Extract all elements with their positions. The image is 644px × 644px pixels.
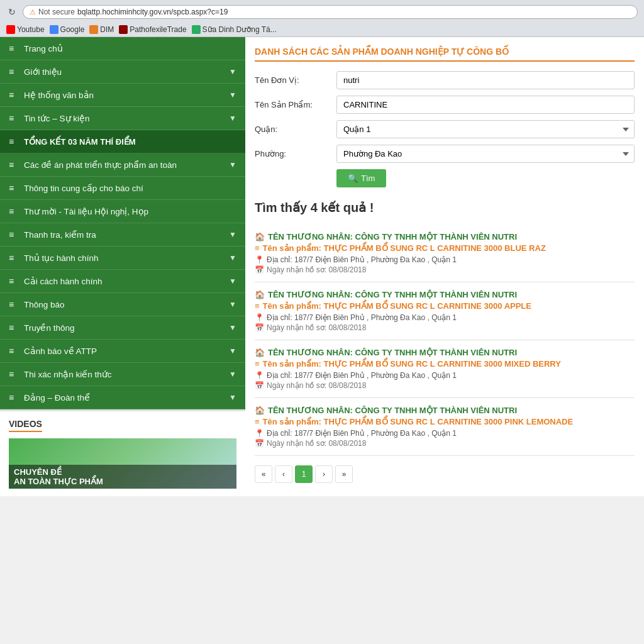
- result-product[interactable]: ≡ Tên sản phẩm: THỰC PHẨM BỔ SUNG RC L C…: [255, 417, 635, 426]
- page-wrapper: ≡ Trang chủ ≡ Giới thiệu ▼ ≡ Hệ thống vă…: [0, 37, 644, 496]
- pin-icon: 📍: [255, 371, 264, 380]
- home-icon: 🏠: [255, 232, 265, 242]
- result-address: 📍 Địa chỉ: 187/7 Điện Biên Phủ , Phường …: [255, 429, 635, 438]
- reload-button[interactable]: ↻: [6, 6, 18, 18]
- sidebar-item-label: Thủ tục hành chính: [24, 253, 99, 263]
- sidebar-item-trang-chu[interactable]: ≡ Trang chủ: [0, 37, 245, 60]
- pin-icon: 📍: [255, 429, 264, 438]
- bookmark-youtube[interactable]: Youtube: [6, 25, 45, 34]
- list-icon: ≡: [255, 417, 260, 426]
- sidebar-item-he-thong-van-ban[interactable]: ≡ Hệ thống văn bản ▼: [0, 84, 245, 107]
- chevron-down-icon: ▼: [229, 347, 236, 355]
- result-company: 🏠 TÊN THƯƠNG NHÂN: CÔNG TY TNHH MỘT THÀN…: [255, 406, 635, 415]
- home-icon: 🏠: [255, 406, 265, 415]
- results-header: Tìm thấy 4 kết quả !: [255, 200, 635, 215]
- chevron-down-icon: ▼: [229, 230, 236, 239]
- menu-icon: ≡: [9, 43, 19, 53]
- sidebar-item-label: Thanh tra, kiểm tra: [24, 230, 96, 240]
- search-form: Tên Đơn Vị: Tên Sản Phẩm: Quận: Quận 1 P…: [255, 71, 635, 187]
- sidebar-item-label: Giới thiệu: [24, 67, 62, 77]
- result-company: 🏠 TÊN THƯƠNG NHÂN: CÔNG TY TNHH MỘT THÀN…: [255, 348, 635, 357]
- sidebar-item-label: Truyền thông: [24, 323, 75, 333]
- calendar-icon: 📅: [255, 381, 264, 390]
- sidebar-item-label: Hệ thống văn bản: [24, 90, 94, 100]
- sidebar-item-dang-doan[interactable]: ≡ Đảng – Đoàn thể ▼: [0, 386, 245, 409]
- result-product[interactable]: ≡ Tên sản phẩm: THỰC PHẨM BỔ SUNG RC L C…: [255, 301, 635, 311]
- input-don-vi[interactable]: [336, 71, 635, 89]
- sidebar-item-de-an[interactable]: ≡ Các đề án phát triển thực phẩm an toàn…: [0, 153, 245, 177]
- select-quan[interactable]: Quận 1: [336, 120, 635, 138]
- bookmark-pathofexile[interactable]: PathofexileTrade: [119, 25, 186, 34]
- select-phuong[interactable]: Phường Đa Kao: [336, 145, 635, 163]
- result-product[interactable]: ≡ Tên sản phẩm: THỰC PHẨM BỔ SUNG RC L C…: [255, 359, 635, 369]
- home-icon: 🏠: [255, 290, 265, 299]
- sidebar-item-canh-bao[interactable]: ≡ Cảnh báo về ATTP ▼: [0, 340, 245, 363]
- sidebar-item-gioi-thieu[interactable]: ≡ Giới thiệu ▼: [0, 60, 245, 84]
- security-label: Not secure: [38, 8, 75, 16]
- browser-toolbar: ↻ ⚠ Not secure bqlattp.hochiminhcity.gov…: [6, 5, 638, 19]
- page-title: DANH SÁCH CÁC SẢN PHẨM DOANH NGHIỆP TỰ C…: [255, 47, 635, 60]
- menu-icon: ≡: [9, 67, 19, 77]
- bookmarks-bar: Youtube Google DIM PathofexileTrade Sữa …: [6, 23, 638, 36]
- menu-icon: ≡: [9, 206, 19, 216]
- chevron-down-icon: ▼: [229, 393, 236, 402]
- chevron-down-icon: ▼: [229, 277, 236, 286]
- main-layout: ≡ Trang chủ ≡ Giới thiệu ▼ ≡ Hệ thống vă…: [0, 37, 644, 496]
- result-item-2: 🏠 TÊN THƯƠNG NHÂN: CÔNG TY TNHH MỘT THÀN…: [255, 282, 635, 340]
- sidebar-item-thong-bao[interactable]: ≡ Thông báo ▼: [0, 293, 245, 316]
- form-row-phuong: Phường: Phường Đa Kao: [255, 145, 635, 163]
- chevron-down-icon: ▼: [229, 300, 236, 309]
- list-icon: ≡: [255, 301, 260, 311]
- sidebar-item-thanh-tra[interactable]: ≡ Thanh tra, kiểm tra ▼: [0, 223, 245, 247]
- sidebar-item-label: Thông báo: [24, 300, 65, 309]
- sidebar-item-thong-tin[interactable]: ≡ Thông tin cung cấp cho báo chí: [0, 177, 245, 200]
- input-san-pham[interactable]: [336, 96, 635, 114]
- address-bar[interactable]: ⚠ Not secure bqlattp.hochiminhcity.gov.v…: [23, 5, 638, 19]
- result-company: 🏠 TÊN THƯƠNG NHÂN: CÔNG TY TNHH MỘT THÀN…: [255, 232, 635, 242]
- label-quan: Quận:: [255, 125, 330, 134]
- bookmark-google[interactable]: Google: [50, 25, 85, 34]
- form-row-san-pham: Tên Sản Phẩm:: [255, 96, 635, 114]
- result-item-4: 🏠 TÊN THƯƠNG NHÂN: CÔNG TY TNHH MỘT THÀN…: [255, 398, 635, 456]
- search-button[interactable]: 🔍 Tìm: [336, 169, 386, 187]
- result-company: 🏠 TÊN THƯƠNG NHÂN: CÔNG TY TNHH MỘT THÀN…: [255, 290, 635, 299]
- page-next-button[interactable]: ›: [315, 465, 333, 483]
- sidebar-item-label: Thông tin cung cấp cho báo chí: [24, 183, 143, 193]
- page-prev-button[interactable]: ‹: [275, 465, 292, 483]
- bookmark-dim[interactable]: DIM: [89, 25, 114, 34]
- menu-icon: ≡: [9, 253, 19, 263]
- url-text: bqlattp.hochiminhcity.gov.vn/spcb.aspx?c…: [77, 8, 228, 16]
- chevron-down-icon: ▼: [229, 114, 236, 123]
- sidebar-item-thu-tuc[interactable]: ≡ Thủ tục hành chính ▼: [0, 247, 245, 270]
- label-phuong: Phường:: [255, 149, 330, 158]
- menu-icon: ≡: [9, 230, 19, 240]
- chevron-down-icon: ▼: [229, 370, 236, 379]
- page-last-button[interactable]: »: [335, 465, 353, 483]
- security-icon: ⚠: [30, 8, 36, 16]
- page-1-button[interactable]: 1: [295, 465, 313, 483]
- result-date: 📅 Ngày nhận hồ sơ: 08/08/2018: [255, 323, 635, 332]
- sidebar-item-tong-ket[interactable]: ≡ TỔNG KẾT 03 NĂM THÍ ĐIỂM: [0, 130, 245, 153]
- sidebar-item-truyen-thong[interactable]: ≡ Truyền thông ▼: [0, 316, 245, 340]
- video-thumbnail[interactable]: CHUYÊN ĐỀ AN TOÀN THỰC PHẨM: [9, 438, 236, 489]
- sidebar-item-thu-moi[interactable]: ≡ Thư mời - Tài liệu Hội nghị, Họp: [0, 200, 245, 223]
- sidebar-item-thi-xac-nhan[interactable]: ≡ Thi xác nhận kiến thức ▼: [0, 363, 245, 386]
- chevron-down-icon: ▼: [229, 253, 236, 262]
- page-first-button[interactable]: «: [255, 465, 272, 483]
- label-san-pham: Tên Sản Phẩm:: [255, 100, 330, 109]
- sidebar-item-label: Các đề án phát triển thực phẩm an toàn: [24, 160, 177, 170]
- video-overlay: CHUYÊN ĐỀ AN TOÀN THỰC PHẨM: [9, 465, 236, 489]
- form-row-quan: Quận: Quận 1: [255, 120, 635, 138]
- calendar-icon: 📅: [255, 265, 264, 274]
- bookmark-sua[interactable]: Sữa Dinh Dưỡng Tá...: [192, 25, 277, 34]
- result-product[interactable]: ≡ Tên sản phẩm: THỰC PHẨM BỔ SUNG RC L C…: [255, 243, 635, 253]
- form-row-submit: 🔍 Tìm: [255, 169, 635, 187]
- sidebar-item-cai-cach[interactable]: ≡ Cải cách hành chính ▼: [0, 270, 245, 293]
- menu-icon: ≡: [9, 346, 19, 356]
- chevron-down-icon: ▼: [229, 323, 236, 332]
- sidebar-item-tin-tuc[interactable]: ≡ Tin tức – Sự kiện ▼: [0, 107, 245, 130]
- page-title-bar: DANH SÁCH CÁC SẢN PHẨM DOANH NGHIỆP TỰ C…: [255, 47, 635, 62]
- calendar-icon: 📅: [255, 439, 264, 448]
- pagination: « ‹ 1 › »: [255, 465, 635, 483]
- form-row-don-vi: Tên Đơn Vị:: [255, 71, 635, 89]
